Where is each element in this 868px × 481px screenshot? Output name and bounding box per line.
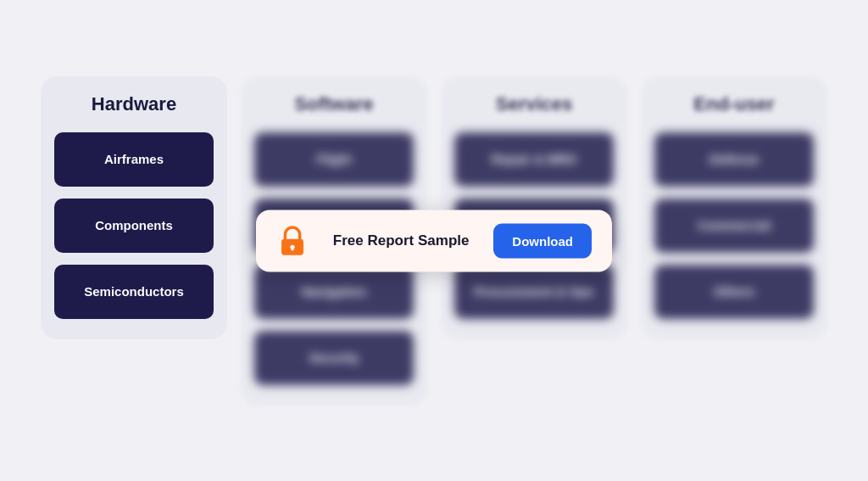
card[interactable]: Semiconductors — [54, 265, 214, 319]
card-label: Components — [95, 218, 173, 232]
free-report-banner: Free Report Sample Download — [256, 210, 612, 271]
column-title-services: Services — [496, 93, 573, 115]
card: Navigation — [254, 265, 414, 319]
card: Repair & MRO — [454, 132, 614, 187]
card: Flight — [254, 132, 414, 187]
column-title-end-user: End-user — [693, 93, 774, 115]
card: Procurement & Ops — [454, 265, 614, 319]
card-label: Flight — [317, 152, 352, 166]
card-label: Procurement & Ops — [475, 284, 594, 299]
column-title-software: Software — [295, 93, 374, 115]
download-button[interactable]: Download — [493, 223, 592, 258]
page-wrapper: HardwareAirframesComponentsSemiconductor… — [0, 56, 868, 426]
card-label: Security — [309, 350, 359, 365]
banner-text: Free Report Sample — [324, 232, 478, 249]
column-services: ServicesRepair & MROTrainingProcurement … — [441, 76, 627, 339]
card: Security — [254, 331, 414, 385]
card-label: Others — [714, 284, 754, 299]
card[interactable]: Airframes — [54, 132, 214, 187]
card-label: Navigation — [302, 284, 367, 299]
card-label: Semiconductors — [84, 284, 184, 299]
lock-icon — [276, 225, 309, 257]
column-title-hardware: Hardware — [92, 93, 176, 115]
card-label: Repair & MRO — [492, 152, 577, 166]
card[interactable]: Components — [54, 199, 214, 253]
card-label: Airframes — [104, 152, 164, 166]
card-label: Defense — [709, 152, 759, 166]
card: Defense — [654, 132, 814, 187]
column-end-user: End-userDefenseCommercialOthers — [641, 76, 827, 339]
card-label: Commercial — [698, 218, 771, 232]
column-hardware: HardwareAirframesComponentsSemiconductor… — [41, 76, 227, 339]
card: Commercial — [654, 199, 814, 253]
card: Others — [654, 265, 814, 319]
svg-rect-2 — [292, 247, 294, 250]
